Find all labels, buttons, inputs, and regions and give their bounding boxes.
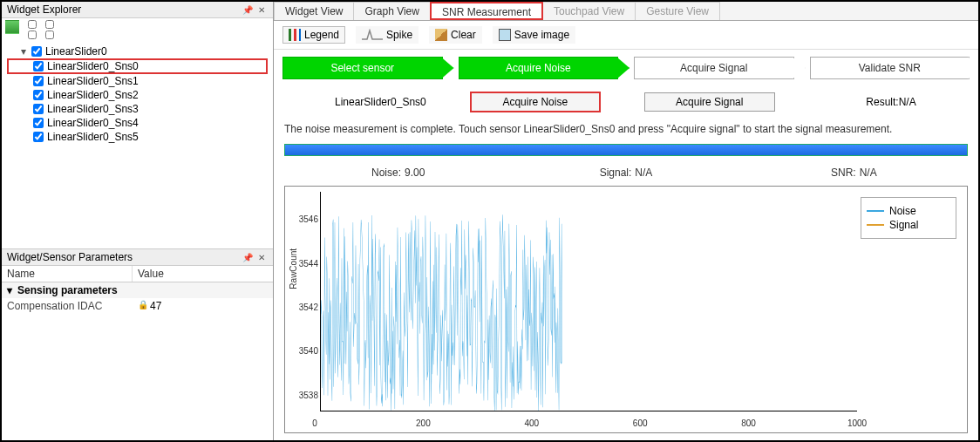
params-row[interactable]: Compensation IDAC 🔒 47: [2, 298, 273, 314]
legend-label: Legend: [304, 29, 339, 41]
controls-row: LinearSlider0_Sns0 Acquire Noise Acquire…: [274, 86, 978, 118]
tree-item-check[interactable]: [33, 90, 44, 100]
x-tick: 800: [741, 418, 756, 428]
brush-icon: [435, 29, 447, 41]
status-message: The noise measurement is complete. Touch…: [274, 118, 978, 140]
spike-icon: [362, 29, 383, 41]
tab-widget-view[interactable]: Widget View: [274, 2, 354, 20]
metric-snr: SNR:N/A: [740, 167, 968, 179]
step-acquire-signal[interactable]: Acquire Signal: [634, 57, 794, 79]
close-icon[interactable]: ✕: [255, 251, 268, 263]
expand-tree-icon[interactable]: [5, 20, 19, 34]
params-col-value: Value: [133, 266, 273, 282]
toolbar-check-1[interactable]: [28, 20, 37, 29]
toolbar-check-2[interactable]: [28, 31, 37, 39]
tree-toolbar: [2, 18, 273, 41]
tree-item-sns4[interactable]: LinearSlider0_Sns4: [7, 116, 268, 130]
params-titlebar: Widget/Sensor Parameters 📌 ✕: [2, 249, 273, 266]
x-axis: 02004006008001000: [315, 417, 857, 432]
x-tick: 200: [416, 418, 431, 428]
x-tick: 1000: [847, 418, 867, 428]
y-axis: RawCount 35383540354235443546: [290, 192, 320, 427]
legend-button[interactable]: Legend: [282, 26, 345, 44]
y-tick: 3544: [299, 258, 318, 268]
tree-item-label: LinearSlider0_Sns3: [47, 103, 139, 115]
toolbar: Legend Spike Clear Save image: [274, 21, 978, 50]
acquire-signal-button[interactable]: Acquire Signal: [644, 92, 775, 112]
widget-tree[interactable]: ▾ LinearSlider0 LinearSlider0_Sns0 Linea…: [2, 41, 273, 248]
spike-button[interactable]: Spike: [356, 26, 419, 44]
tab-gesture-view[interactable]: Gesture View: [635, 2, 720, 20]
left-sidebar: Widget Explorer 📌 ✕ ▾ LinearSlider0: [2, 2, 274, 440]
legend-signal: Signal: [867, 219, 950, 231]
main-area: Widget View Graph View SNR Measurement T…: [274, 2, 978, 440]
legend-icon: [289, 29, 301, 41]
spike-label: Spike: [386, 29, 412, 41]
x-tick: 600: [633, 418, 648, 428]
save-label: Save image: [514, 29, 569, 41]
toolbar-check-4[interactable]: [45, 31, 54, 39]
param-value: 47: [150, 300, 268, 312]
save-icon: [499, 29, 511, 41]
tree-item-label: LinearSlider0_Sns0: [47, 60, 139, 72]
noise-line: [321, 192, 857, 411]
selected-sensor-label: LinearSlider0_Sns0: [282, 96, 426, 108]
tree-root-label: LinearSlider0: [45, 45, 107, 58]
tree-item-sns3[interactable]: LinearSlider0_Sns3: [7, 102, 268, 116]
tab-graph-view[interactable]: Graph View: [353, 2, 430, 20]
tree-item-label: LinearSlider0_Sns1: [47, 75, 139, 87]
tree-item-label: LinearSlider0_Sns4: [47, 117, 139, 129]
toolbar-check-3[interactable]: [45, 20, 54, 29]
params-header: Name Value: [2, 266, 273, 282]
clear-label: Clear: [451, 29, 476, 41]
tree-item-sns1[interactable]: LinearSlider0_Sns1: [7, 74, 268, 88]
acquire-noise-button[interactable]: Acquire Noise: [470, 92, 601, 112]
params-col-name: Name: [2, 266, 133, 282]
tree-item-label: LinearSlider0_Sns2: [47, 89, 139, 101]
tree-item-check[interactable]: [33, 61, 44, 71]
tree-item-check[interactable]: [33, 132, 44, 142]
step-acquire-noise[interactable]: Acquire Noise: [459, 57, 619, 79]
x-tick: 400: [524, 418, 539, 428]
close-icon[interactable]: ✕: [255, 3, 268, 16]
metric-noise: Noise:9.00: [284, 167, 512, 179]
params-pane: Widget/Sensor Parameters 📌 ✕ Name Value …: [2, 248, 273, 440]
chevron-down-icon[interactable]: ▾: [7, 284, 17, 296]
tree-item-sns2[interactable]: LinearSlider0_Sns2: [7, 88, 268, 102]
save-image-button[interactable]: Save image: [493, 26, 575, 44]
pin-icon[interactable]: 📌: [242, 251, 254, 263]
y-tick: 3538: [299, 390, 318, 399]
tree-item-check[interactable]: [33, 76, 44, 86]
pin-icon[interactable]: 📌: [242, 3, 254, 16]
tree-item-sns5[interactable]: LinearSlider0_Sns5: [7, 130, 268, 144]
params-group-label: Sensing parameters: [17, 284, 118, 296]
y-tick: 3540: [299, 346, 318, 356]
progress-bar: [284, 144, 968, 156]
workflow-steps: Select sensor Acquire Noise Acquire Sign…: [282, 57, 970, 79]
metrics-row: Noise:9.00 Signal:N/A SNR:N/A: [274, 163, 978, 186]
tree-root-check[interactable]: [31, 46, 42, 57]
lock-icon: 🔒: [138, 300, 150, 312]
result-label: Result:N/A: [813, 96, 970, 108]
tree-item-sns0[interactable]: LinearSlider0_Sns0: [7, 58, 268, 74]
x-tick: 0: [312, 418, 317, 428]
chart-legend: Noise Signal: [861, 197, 956, 239]
tree-item-check[interactable]: [33, 104, 44, 114]
legend-noise: Noise: [867, 205, 950, 217]
tab-snr-measurement[interactable]: SNR Measurement: [430, 2, 543, 20]
metric-signal: Signal:N/A: [512, 167, 739, 179]
tree-item-label: LinearSlider0_Sns5: [47, 131, 139, 143]
step-select-sensor[interactable]: Select sensor: [282, 57, 443, 79]
y-tick: 3542: [299, 303, 318, 312]
tree-root[interactable]: ▾ LinearSlider0: [7, 44, 268, 58]
tree-item-check[interactable]: [33, 118, 44, 128]
plot-area[interactable]: [320, 192, 857, 411]
tab-touchpad-view[interactable]: Touchpad View: [542, 2, 636, 20]
params-group-row[interactable]: ▾ Sensing parameters: [2, 282, 273, 298]
param-name: Compensation IDAC: [7, 300, 138, 312]
step-validate-snr[interactable]: Validate SNR: [810, 57, 970, 79]
clear-button[interactable]: Clear: [429, 26, 482, 44]
chevron-down-icon[interactable]: ▾: [19, 45, 28, 58]
y-tick: 3546: [299, 214, 318, 224]
chart-panel: RawCount 35383540354235443546 Noise Sign…: [284, 186, 968, 433]
